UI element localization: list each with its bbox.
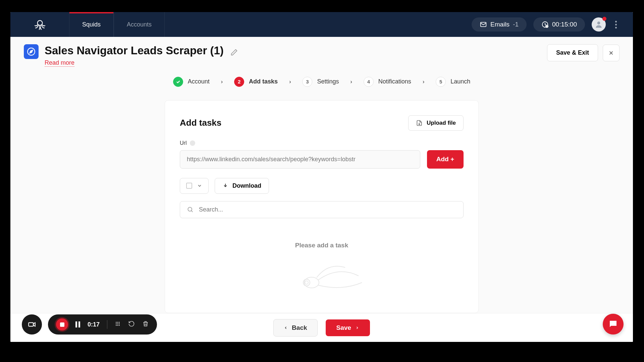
back-button[interactable]: Back [273, 319, 317, 337]
svg-point-7 [188, 207, 192, 212]
emails-count: -1 [513, 21, 519, 28]
file-upload-icon [416, 120, 423, 126]
emails-pill[interactable]: Emails -1 [472, 17, 527, 32]
step-label: Add tasks [249, 78, 278, 85]
emails-label: Emails [490, 21, 509, 28]
check-icon [176, 79, 180, 84]
page-header: Sales Navigator Leads Scraper (1) Read m… [10, 37, 633, 67]
step-label: Launch [450, 78, 470, 85]
step-circle [173, 77, 183, 87]
svg-point-5 [597, 21, 600, 24]
step-account[interactable]: Account [173, 77, 210, 87]
step-circle: 5 [436, 77, 446, 87]
chevron-left-icon [284, 326, 288, 330]
search-icon [187, 206, 194, 213]
svg-point-18 [116, 325, 117, 326]
clock-icon: € [541, 21, 549, 28]
svg-text:€: € [546, 25, 547, 27]
back-label: Back [292, 324, 307, 331]
edit-icon[interactable] [230, 49, 238, 57]
download-button[interactable]: Download [215, 178, 269, 194]
step-label: Notifications [378, 78, 411, 85]
grid-icon[interactable] [115, 321, 121, 328]
octopus-logo-icon [32, 17, 48, 32]
download-icon [222, 183, 228, 189]
restart-icon[interactable] [128, 320, 135, 328]
save-label: Save [336, 324, 351, 331]
step-add-tasks[interactable]: 2 Add tasks [234, 77, 278, 87]
svg-rect-11 [29, 323, 33, 326]
card-title: Add tasks [180, 118, 221, 128]
chevron-right-icon: › [214, 79, 230, 85]
avatar[interactable] [592, 17, 606, 32]
chevron-right-icon: › [282, 79, 298, 85]
upload-file-button[interactable]: Upload file [408, 115, 464, 131]
search-box[interactable] [180, 201, 464, 218]
url-input[interactable] [180, 150, 420, 169]
save-exit-button[interactable]: Save & Exit [547, 44, 598, 61]
svg-point-12 [116, 322, 117, 323]
chevron-down-icon [197, 183, 202, 188]
logo[interactable] [10, 17, 69, 32]
chevron-right-icon: › [415, 79, 432, 85]
help-icon[interactable] [190, 140, 195, 146]
record-stop-button[interactable] [56, 318, 68, 330]
svg-point-19 [117, 325, 118, 326]
chat-icon [608, 319, 618, 329]
svg-point-20 [119, 325, 120, 326]
svg-point-13 [117, 322, 118, 323]
recorder-overlay: 0:17 [22, 314, 157, 335]
nav-tab-accounts[interactable]: Accounts [114, 12, 165, 37]
search-input[interactable] [199, 206, 457, 213]
svg-point-0 [37, 20, 42, 25]
user-icon [594, 20, 603, 29]
menu-kebab[interactable] [612, 18, 620, 31]
empty-state-message: Please add a task [180, 242, 464, 249]
svg-point-10 [305, 281, 308, 284]
svg-point-8 [304, 277, 319, 288]
nav-tab-label: Squids [82, 21, 101, 28]
record-time: 0:17 [88, 321, 100, 328]
timer-value: 00:15:00 [552, 21, 577, 28]
chevron-right-icon [355, 326, 359, 330]
checkbox[interactable] [186, 183, 192, 189]
download-label: Download [232, 182, 261, 189]
close-button[interactable] [603, 45, 620, 61]
step-notifications[interactable]: 4 Notifications [364, 77, 411, 87]
step-circle: 4 [364, 77, 374, 87]
chevron-right-icon: › [343, 79, 360, 85]
video-icon [28, 320, 36, 329]
trash-icon[interactable] [142, 320, 149, 328]
page-title: Sales Navigator Leads Scraper (1) [45, 44, 224, 57]
email-icon [480, 21, 487, 28]
add-button[interactable]: Add + [427, 150, 464, 169]
step-circle: 3 [302, 77, 312, 87]
compass-icon [24, 44, 39, 59]
svg-point-17 [119, 323, 120, 324]
upload-label: Upload file [427, 120, 456, 126]
step-launch[interactable]: 5 Launch [436, 77, 470, 87]
read-more-link[interactable]: Read more [45, 59, 74, 67]
step-settings[interactable]: 3 Settings [302, 77, 339, 87]
step-label: Settings [317, 78, 339, 85]
step-label: Account [188, 78, 210, 85]
select-all-dropdown[interactable] [180, 178, 209, 194]
save-button[interactable]: Save [326, 319, 370, 336]
close-icon [608, 50, 614, 56]
timer-pill[interactable]: € 00:15:00 [533, 17, 585, 32]
svg-point-15 [116, 323, 117, 324]
pause-button[interactable] [75, 321, 80, 327]
chat-fab[interactable] [603, 314, 624, 335]
nav-tab-label: Accounts [127, 21, 152, 28]
step-circle: 2 [234, 77, 244, 87]
stepper: Account › 2 Add tasks › 3 Settings › 4 N… [10, 77, 633, 87]
url-field-label: Url [180, 140, 464, 146]
main-card: Add tasks Upload file Url Add + Download [165, 100, 479, 313]
camera-button[interactable] [22, 314, 42, 335]
nav-tab-squids[interactable]: Squids [69, 12, 114, 37]
empty-illustration [180, 259, 464, 293]
svg-point-16 [117, 323, 118, 324]
topbar: Squids Accounts Emails -1 € 00:15:00 [10, 12, 633, 37]
svg-point-14 [119, 322, 120, 323]
